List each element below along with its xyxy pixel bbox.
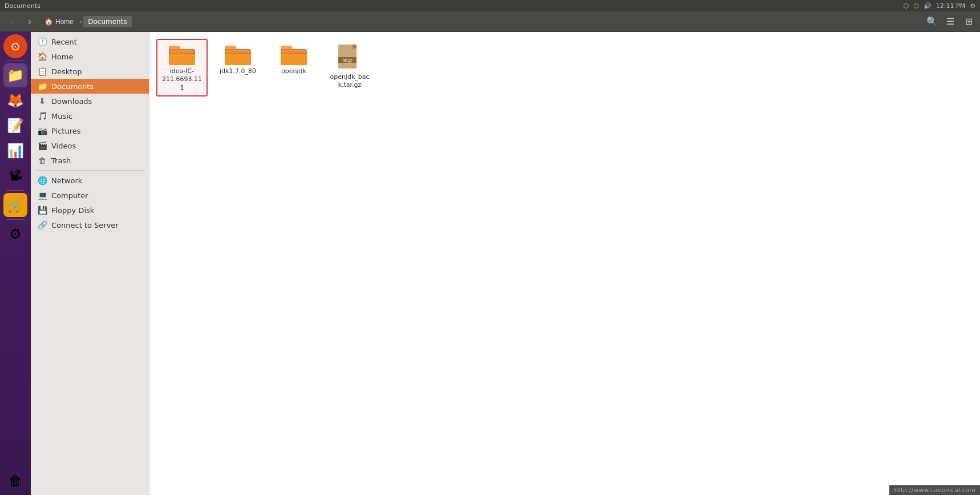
settings-icon: ⚙: [970, 2, 975, 10]
file-name-jdk1: jdk1.7.0_80: [220, 67, 256, 75]
sidebar-sep-1: [35, 170, 144, 171]
back-button[interactable]: ‹: [3, 14, 19, 30]
window-title: Documents: [5, 2, 41, 10]
dock-item-trash[interactable]: 🗑: [3, 469, 27, 493]
file-area[interactable]: idea-IC-211.6693.111 jdk1.7.0_80: [149, 32, 980, 495]
pictures-icon: 📷: [38, 126, 47, 135]
dock-item-amazon[interactable]: 🛒: [3, 193, 27, 217]
sidebar-label-documents: Documents: [51, 82, 94, 91]
dock-item-firefox[interactable]: 🦊: [3, 88, 27, 112]
grid-view-button[interactable]: ⊞: [961, 14, 977, 30]
svg-rect-3: [170, 50, 194, 53]
recent-icon: 🕐: [38, 37, 47, 46]
sidebar-label-desktop: Desktop: [51, 67, 82, 76]
file-name-openjdk: openjdk: [281, 67, 306, 75]
volume-icon: 🔊: [924, 2, 932, 10]
dock-item-settings[interactable]: ⚙: [3, 222, 27, 246]
home-breadcrumb[interactable]: 🏠 Home: [40, 16, 78, 27]
sidebar-item-videos[interactable]: 🎬 Videos: [31, 138, 149, 153]
calc-icon: 📊: [7, 143, 24, 159]
amazon-icon: 🛒: [7, 197, 24, 213]
sidebar-label-connect: Connect to Server: [51, 221, 119, 230]
search-button[interactable]: 🔍: [924, 14, 940, 30]
sidebar-item-floppy[interactable]: 💾 Floppy Disk: [31, 203, 149, 218]
sidebar-item-music[interactable]: 🎵 Music: [31, 108, 149, 123]
home-sidebar-icon: 🏠: [38, 52, 47, 61]
svg-rect-10: [281, 54, 307, 65]
sidebar-label-home: Home: [51, 53, 73, 61]
downloads-icon: ⬇: [38, 96, 47, 106]
home-label: Home: [55, 18, 74, 26]
sidebar-label-computer: Computer: [51, 191, 88, 200]
dock-item-files[interactable]: 📁: [3, 63, 27, 87]
folder-icon-idea-ic: [168, 43, 196, 67]
file-item-openjdk-back[interactable]: tar.gz openjdk_back.tar.gz: [324, 39, 375, 96]
sidebar-item-home[interactable]: 🏠 Home: [31, 49, 149, 64]
sidebar-item-trash[interactable]: 🗑 Trash: [31, 153, 149, 168]
sidebar-item-network[interactable]: 🌐 Network: [31, 173, 149, 188]
ubuntu-logo: ⊙: [3, 34, 27, 58]
sidebar-item-pictures[interactable]: 📷 Pictures: [31, 123, 149, 138]
home-icon: 🏠: [44, 18, 53, 26]
network-sidebar-icon: 🌐: [38, 176, 47, 185]
sidebar-item-desktop[interactable]: 📋 Desktop: [31, 64, 149, 79]
sidebar-label-network: Network: [51, 176, 82, 185]
statusbar-text: http://www.canonical.com: [894, 486, 975, 494]
music-icon: 🎵: [38, 111, 47, 120]
trash-sidebar-icon: 🗑: [38, 156, 47, 165]
connect-icon: 🔗: [38, 220, 47, 230]
dock-separator-1: [6, 61, 25, 61]
dock: ⊙ 📁 🦊 📝 📊 📽 🛒 ⚙ 🗑: [0, 32, 31, 495]
dock-separator-3: [6, 219, 25, 220]
list-view-button[interactable]: ☰: [942, 14, 958, 30]
sidebar-item-downloads[interactable]: ⬇ Downloads: [31, 94, 149, 108]
archive-icon-openjdk-back: tar.gz: [336, 43, 363, 73]
sidebar-label-pictures: Pictures: [51, 127, 80, 135]
folder-icon-jdk1: [224, 43, 252, 67]
dock-item-impress[interactable]: 📽: [3, 164, 27, 188]
sidebar-label-floppy: Floppy Disk: [51, 206, 94, 215]
impress-icon: 📽: [9, 168, 22, 184]
file-item-jdk1[interactable]: jdk1.7.0_80: [212, 39, 264, 96]
main-layout: ⊙ 📁 🦊 📝 📊 📽 🛒 ⚙ 🗑: [0, 32, 980, 495]
sidebar-item-computer[interactable]: 💻 Computer: [31, 188, 149, 203]
back-icon: ‹: [10, 17, 13, 27]
dock-item-writer[interactable]: 📝: [3, 114, 27, 138]
files-icon: 📁: [7, 67, 24, 83]
svg-rect-2: [169, 54, 195, 65]
titlebar-left: Documents: [5, 2, 41, 10]
clock: 12:11 PM: [936, 2, 965, 10]
file-name-idea-ic: idea-IC-211.6693.111: [161, 67, 203, 92]
network-indicator-icon: ⬡: [904, 2, 909, 10]
computer-icon: 💻: [38, 191, 47, 200]
dock-separator-2: [6, 190, 25, 191]
svg-rect-11: [282, 50, 306, 53]
sidebar-label-music: Music: [51, 112, 72, 120]
dock-item-calc[interactable]: 📊: [3, 139, 27, 163]
settings-dock-icon: ⚙: [9, 226, 22, 242]
folder-icon-openjdk: [280, 43, 307, 67]
breadcrumb-separator: ›: [79, 17, 82, 26]
sidebar-label-trash: Trash: [51, 156, 71, 165]
documents-icon: 📁: [38, 82, 47, 91]
floppy-icon: 💾: [38, 206, 47, 215]
sidebar-item-documents[interactable]: 📁 Documents: [31, 79, 149, 94]
dock-ubuntu[interactable]: ⊙: [3, 34, 27, 58]
file-item-openjdk[interactable]: openjdk: [268, 39, 319, 96]
forward-button[interactable]: ›: [22, 14, 38, 30]
ubuntu-icon: ⊙: [11, 39, 21, 53]
titlebar: Documents ⬡ ⬡ 🔊 12:11 PM ⚙: [0, 0, 980, 11]
sidebar-label-videos: Videos: [51, 142, 76, 150]
desktop-icon: 📋: [38, 67, 47, 76]
current-folder-label: Documents: [83, 16, 131, 27]
list-view-icon: ☰: [946, 16, 954, 27]
grid-view-icon: ⊞: [965, 16, 973, 27]
file-item-idea-ic[interactable]: idea-IC-211.6693.111: [156, 39, 208, 96]
trash-dock-icon: 🗑: [9, 473, 22, 489]
toolbar-actions: 🔍 ☰ ⊞: [924, 14, 977, 30]
forward-icon: ›: [28, 17, 31, 27]
sidebar-item-connect[interactable]: 🔗 Connect to Server: [31, 218, 149, 232]
toolbar: ‹ › 🏠 Home › Documents 🔍 ☰ ⊞: [0, 11, 980, 32]
sidebar-item-recent[interactable]: 🕐 Recent: [31, 34, 149, 49]
writer-icon: 📝: [7, 118, 24, 134]
